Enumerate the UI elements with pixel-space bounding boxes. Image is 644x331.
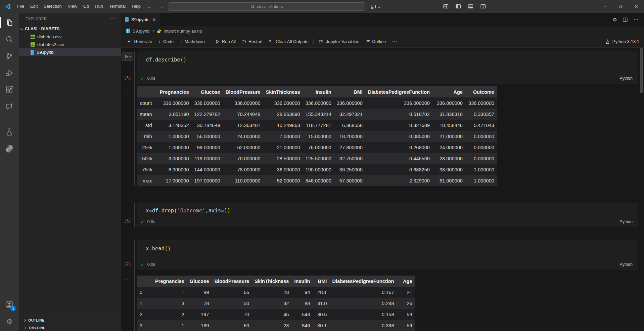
code-token: () (165, 246, 171, 252)
split-editor-icon[interactable] (623, 17, 628, 22)
code-line[interactable]: df.describe() (137, 54, 638, 66)
table-cell: 1.000000 (465, 164, 497, 175)
file-diabetes-csv[interactable]: diabetes.csv (19, 33, 121, 41)
menu-file[interactable]: File (14, 2, 27, 11)
add-markdown-cell-button[interactable]: + Markdown (177, 37, 208, 46)
clear-all-outputs-button[interactable]: Clear All Outputs (266, 37, 311, 46)
play-icon (125, 55, 128, 58)
timeline-section-header[interactable]: TIMELINE (19, 325, 121, 331)
folder-clasi-diabets[interactable]: CLASI - DIABETS (19, 25, 121, 33)
sparkle-icon (127, 39, 132, 44)
restart-button[interactable]: Restart (239, 37, 265, 46)
table-cell: 59 (397, 320, 415, 331)
generate-button[interactable]: Generate (124, 37, 155, 46)
table-row: mean3.851190122.27976270.24404828.663690… (137, 109, 497, 120)
table-cell: 99.000000 (192, 142, 223, 153)
cell-language[interactable]: Python (619, 262, 633, 267)
minimize-button[interactable]: ─ (598, 0, 613, 13)
history-nav: ← → (147, 0, 165, 13)
back-arrow-icon[interactable]: ← (147, 3, 152, 9)
toggle-secondary-sidebar-icon[interactable] (480, 4, 486, 9)
menu-selection[interactable]: Selection (41, 2, 64, 11)
code-cell[interactable]: x = df.drop('Outcome' , axis=1) ✓ 0.0s P… (137, 203, 638, 227)
accounts-icon[interactable]: 1 (0, 296, 19, 313)
variables-icon: (x) (319, 39, 324, 44)
table-cell: 38.000000 (432, 164, 465, 175)
table-cell: 336.000000 (263, 97, 303, 109)
table-cell: 155.348214 (303, 109, 334, 120)
column-header: DiabetesPedigreeFunction (365, 86, 432, 97)
jupyter-variables-button[interactable]: (x) Jupyter Variables (316, 37, 362, 46)
menu-edit[interactable]: Edit (27, 2, 41, 11)
breadcrumb-symbol[interactable]: import numpy as np (164, 29, 202, 34)
forward-arrow-icon[interactable]: → (159, 3, 165, 9)
add-code-cell-button[interactable]: + Code (155, 37, 176, 46)
vscode-logo-icon (4, 3, 11, 10)
menu-terminal[interactable]: Terminal (106, 2, 129, 11)
table-cell: 21 (397, 287, 415, 298)
layout-controls (443, 0, 486, 13)
table-cell: 28.500000 (263, 153, 303, 164)
file-name: diabetes2.csv (37, 42, 64, 47)
code-cell[interactable]: x.head() ✓ 0.0s Python (137, 240, 638, 270)
outline-section-header[interactable]: OUTLINE (19, 316, 121, 325)
column-header: Insulin (303, 86, 334, 97)
table-cell: 0.167 (329, 287, 397, 298)
file-diabetes2-csv[interactable]: diabetes2.csv (19, 41, 121, 48)
output-more-actions[interactable]: ⋯ (124, 89, 129, 94)
tab-s9-ipynb[interactable]: S9.ipynb ✕ (121, 13, 160, 26)
table-cell: 6.000000 (155, 164, 192, 175)
file-name: diabetes.csv (37, 34, 61, 39)
customize-layout-icon[interactable] (443, 4, 449, 9)
menu-go[interactable]: Go (80, 2, 92, 11)
run-cell-button[interactable] (122, 52, 133, 61)
table-cell: 1.000000 (465, 175, 497, 186)
toggle-panel-icon[interactable] (468, 4, 473, 9)
table-cell: 846.000000 (303, 175, 334, 186)
menu-run[interactable]: Run (92, 2, 106, 11)
cell-language[interactable]: Python (619, 76, 633, 81)
python-extension-icon[interactable] (0, 140, 19, 157)
explorer-more-actions[interactable]: ⋯ (111, 16, 116, 22)
restore-button[interactable] (613, 0, 629, 13)
cell-5-group: [5] ⋯ df.describe() ✓ 0.0s Python (121, 51, 644, 186)
outline-button[interactable]: Outline (363, 37, 388, 46)
menu-help[interactable]: Help (129, 2, 144, 11)
csv-file-icon (31, 42, 35, 47)
cell-language[interactable]: Python (619, 219, 633, 224)
editor-scrollbar[interactable] (640, 48, 643, 93)
editor-more-actions[interactable]: ⋯ (633, 16, 639, 23)
breadcrumb-file[interactable]: S9.ipynb (133, 29, 150, 34)
code-cell[interactable]: df.describe() ✓ 0.0s Python (137, 51, 638, 84)
close-tab-icon[interactable]: ✕ (152, 17, 156, 22)
table-cell: 24.000000 (432, 142, 465, 153)
close-window-button[interactable]: ✕ (629, 0, 644, 13)
cell-gutter: [7] ⋯ (121, 240, 134, 331)
run-and-debug-icon[interactable] (0, 65, 19, 81)
settings-gear-icon[interactable]: ⚙ (0, 313, 19, 330)
search-sidebar-icon[interactable] (0, 31, 19, 48)
extensions-icon[interactable] (0, 81, 19, 98)
code-line[interactable]: x = df.drop('Outcome' , axis=1) (137, 205, 638, 216)
file-s9-ipynb[interactable]: S9.ipynb (19, 48, 121, 56)
toolbar-more-actions[interactable]: ⋯ (389, 37, 400, 46)
cell-output: PregnanciesGlucoseBloodPressureSkinThick… (137, 276, 638, 331)
code-token: describe (155, 57, 180, 63)
breadcrumb: S9.ipynb import numpy as np (121, 26, 644, 36)
run-all-button[interactable]: Run All (213, 37, 238, 46)
toggle-primary-sidebar-icon[interactable] (456, 4, 461, 9)
cell-7-group: [7] ⋯ x.head() ✓ 0.0s Python (121, 240, 644, 331)
output-more-actions[interactable]: ⋯ (124, 277, 129, 282)
notebook-settings-icon[interactable]: ⚙ (613, 17, 617, 22)
table-cell: 0.471043 (465, 120, 497, 131)
chat-icon[interactable] (0, 98, 19, 115)
table-cell: 23 (252, 320, 291, 331)
copilot-menu[interactable]: ⌄ (371, 0, 381, 13)
testing-icon[interactable] (0, 124, 19, 140)
menu-view[interactable]: View (65, 2, 80, 11)
code-line[interactable]: x.head() (137, 243, 638, 254)
source-control-icon[interactable] (0, 48, 19, 65)
command-center-search[interactable]: clasi - diabets (168, 2, 365, 11)
kernel-picker[interactable]: Python 3.13.1 (605, 39, 639, 44)
explorer-icon[interactable] (0, 14, 19, 31)
